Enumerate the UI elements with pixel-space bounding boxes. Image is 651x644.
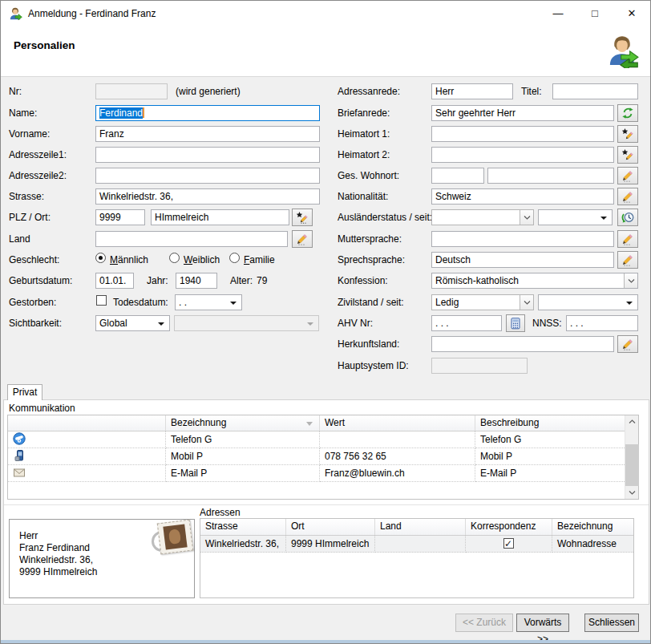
kommunikation-row-email[interactable]: E-Mail P Franz@bluewin.ch E-Mail P [8, 465, 638, 482]
person-sync-icon [604, 33, 640, 68]
ort-lookup-button[interactable] [292, 209, 313, 226]
adresszeile2-input[interactable] [95, 168, 320, 184]
scroll-down-icon[interactable] [625, 487, 639, 499]
herkunftsland-input[interactable] [431, 336, 614, 352]
kommunikation-scrollbar[interactable] [625, 415, 638, 499]
auslaenderstatus-seit-combo[interactable] [538, 209, 613, 225]
titel-label: Titel: [521, 86, 542, 97]
sprechsprache-input[interactable]: Deutsch [431, 252, 614, 268]
ahv-calculator-button[interactable] [506, 314, 525, 332]
geburtsdatum-input[interactable]: 01.01. [95, 273, 134, 289]
gestorben-checkbox[interactable] [96, 295, 107, 306]
app-person-icon [8, 6, 22, 21]
hauptsystem-id-input [431, 358, 528, 374]
strasse-input[interactable]: Winkelriedstr. 36, [95, 188, 320, 205]
address-line: Winkelriedstr. 36, [19, 554, 194, 566]
tab-privat[interactable]: Privat [7, 384, 42, 400]
heimatort1-label: Heimatort 1: [338, 128, 390, 140]
heimatort2-lookup-button[interactable] [617, 146, 638, 164]
korrespondenz-checkbox[interactable] [503, 538, 514, 549]
geschlecht-option-weiblich-label: Weiblich [184, 254, 220, 265]
column-header-land[interactable]: Land [375, 519, 466, 535]
sort-arrow-icon [306, 422, 313, 426]
ges-wohnort-plz-input[interactable] [431, 168, 484, 184]
column-header-beschreibung[interactable]: Beschreibung [475, 415, 625, 431]
column-header-icon[interactable] [8, 415, 166, 431]
jahr-input[interactable]: 1940 [176, 273, 217, 289]
column-header-bezeichnung[interactable]: Bezeichnung [166, 415, 320, 431]
name-input[interactable]: Ferdinand [95, 105, 320, 121]
geburtsdatum-label: Geburtsdatum: [9, 275, 72, 286]
vorname-input[interactable]: Franz [95, 126, 320, 142]
sprechsprache-edit-button[interactable] [617, 251, 638, 269]
column-header-wert[interactable]: Wert [320, 415, 475, 431]
scroll-thumb[interactable] [625, 444, 639, 486]
land-edit-button[interactable] [292, 230, 313, 248]
geschlecht-radio-weiblich[interactable] [169, 253, 180, 263]
schliessen-button[interactable]: Schliessen [584, 614, 639, 632]
ort-input[interactable]: HImmelreich [151, 209, 289, 225]
ges-wohnort-ort-input[interactable] [487, 168, 614, 184]
nationalitaet-input[interactable]: Schweiz [431, 188, 614, 205]
kommunikation-row-mobil[interactable]: Mobil P 078 756 32 65 Mobil P [8, 448, 638, 465]
column-header-korrespondenz[interactable]: Korrespondenz [466, 519, 552, 535]
kommunikation-row-telefon[interactable]: Telefon G Telefon G [8, 431, 638, 448]
muttersprache-label: Muttersprache: [338, 233, 402, 245]
heimatort1-lookup-button[interactable] [617, 125, 638, 143]
pencil-icon [621, 169, 634, 182]
heimatort2-input[interactable] [431, 147, 614, 163]
page-title: Personalien [14, 39, 75, 51]
maximize-icon[interactable]: □ [576, 1, 613, 26]
window-controls: — □ ✕ [540, 1, 650, 26]
ges-wohnort-edit-button[interactable] [617, 167, 638, 184]
nnss-input[interactable]: . . . [566, 315, 638, 331]
auslaenderstatus-combo[interactable] [431, 209, 534, 225]
plz-input[interactable]: 9999 [95, 209, 145, 225]
heimatort1-input[interactable] [431, 126, 614, 142]
briefanrede-refresh-button[interactable] [617, 104, 638, 122]
adresszeile1-label: Adresszeile1: [9, 149, 67, 160]
close-icon[interactable]: ✕ [613, 1, 650, 26]
hauptsystem-id-label: Hauptsystem ID: [338, 360, 409, 371]
ahv-input[interactable]: . . . [431, 315, 502, 331]
briefanrede-input[interactable]: Sehr geehrter Herr [431, 105, 614, 121]
vorwaerts-button[interactable]: Vorwärts >> [516, 614, 569, 632]
minimize-icon[interactable]: — [540, 1, 576, 26]
nr-input [95, 83, 168, 99]
adressen-table: Strasse Ort Land Korrespondenz Bezeichnu… [200, 518, 634, 598]
geschlecht-option-familie-label: Familie [244, 254, 275, 265]
adressanrede-input[interactable]: Herr [431, 83, 513, 99]
nationalitaet-edit-button[interactable] [617, 188, 638, 205]
todesdatum-combo[interactable]: . . [175, 294, 242, 310]
text-caret [143, 107, 144, 118]
konfession-label: Konfession: [338, 275, 388, 286]
column-header-bezeichnung[interactable]: Bezeichnung [552, 519, 633, 535]
dropdown-arrow-icon [158, 322, 164, 326]
muttersprache-input[interactable] [431, 231, 614, 247]
adresszeile1-input[interactable] [95, 147, 320, 163]
column-header-strasse[interactable]: Strasse [200, 519, 286, 535]
titlebar[interactable]: Anmeldung - Ferdinand Franz — □ ✕ [1, 1, 650, 26]
adressen-row-wohnadresse[interactable]: Winkelriedstr. 36, 9999 HImmelreich Wohn… [200, 536, 633, 553]
kommunikation-header-row: Bezeichnung Wert Beschreibung [8, 415, 638, 431]
zivilstand-combo[interactable]: Ledig [431, 294, 534, 310]
titel-input[interactable] [552, 83, 638, 99]
star-pencil-icon [621, 148, 634, 161]
herkunftsland-edit-button[interactable] [617, 335, 638, 353]
column-header-ort[interactable]: Ort [286, 519, 375, 535]
auslaenderstatus-history-button[interactable] [617, 209, 638, 226]
nnss-label: NNSS: [532, 318, 562, 329]
konfession-combo[interactable]: Römisch-katholisch [431, 273, 638, 289]
nr-hint: (wird generiert) [176, 86, 241, 97]
zivilstand-seit-combo[interactable] [538, 294, 638, 310]
muttersprache-edit-button[interactable] [617, 230, 638, 248]
scroll-up-icon[interactable] [625, 415, 639, 427]
anmeldung-window: Anmeldung - Ferdinand Franz — □ ✕ Person… [0, 0, 651, 644]
geschlecht-radio-maennlich[interactable] [95, 253, 106, 263]
strasse-label: Strasse: [9, 191, 44, 202]
land-label: Land [9, 233, 30, 245]
adresszeile2-label: Adresszeile2: [9, 170, 67, 181]
land-input[interactable] [95, 231, 288, 247]
geschlecht-radio-familie[interactable] [229, 253, 240, 263]
sichtbarkeit-combo[interactable]: Global [95, 315, 170, 331]
